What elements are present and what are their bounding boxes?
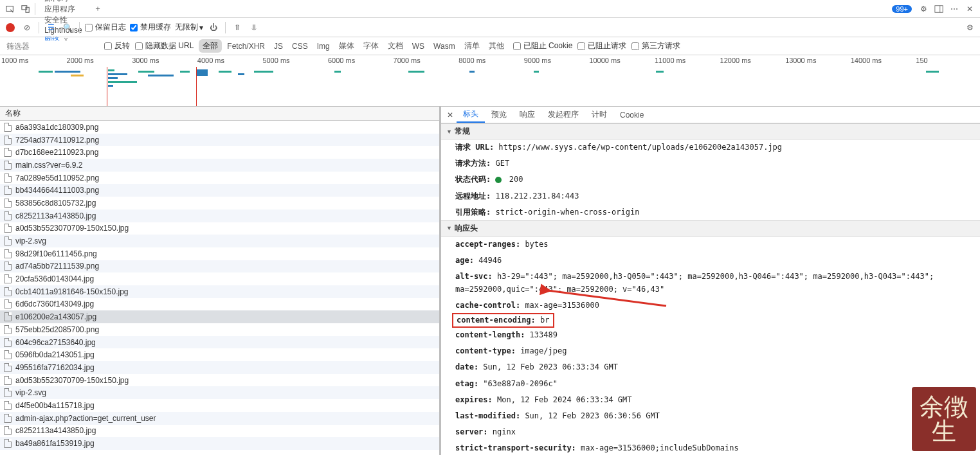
third-party-checkbox[interactable]: 第三方请求 [631, 40, 680, 51]
blocked-cookies-checkbox[interactable]: 已阻止 Cookie [513, 40, 573, 51]
request-row[interactable]: 0596fb0da2143051.jpg [0, 348, 439, 361]
disable-cache-checkbox[interactable]: 禁用缓存 [130, 22, 171, 33]
devtools-tab-3[interactable]: 应用程序 [37, 4, 90, 15]
request-row[interactable]: 583856c8d8105732.jpg [0, 197, 439, 210]
detail-tab-0[interactable]: 标头 [457, 107, 485, 123]
inspect-icon[interactable] [3, 0, 18, 17]
filter-type-JS[interactable]: JS [270, 40, 287, 52]
timeline-tick: 2000 ms [66, 57, 131, 64]
timeline-tick: 11000 ms [653, 57, 719, 64]
filter-type-WS[interactable]: WS [408, 40, 428, 52]
network-conditions-icon[interactable]: ⏻ [207, 23, 220, 32]
detail-tab-2[interactable]: 响应 [513, 107, 541, 123]
close-icon[interactable]: ✕ [962, 0, 977, 17]
filter-type-清单[interactable]: 清单 [460, 39, 484, 53]
clear-button[interactable]: ⊘ [21, 23, 33, 32]
request-row[interactable]: a0d53b5523070709-150x150.jpg [0, 222, 439, 235]
file-icon [4, 199, 12, 208]
request-row[interactable]: e106200e2a143057.jpg [0, 310, 439, 323]
upload-har-icon[interactable]: ⥣ [231, 23, 244, 32]
file-icon [4, 136, 12, 145]
blocked-requests-checkbox[interactable]: 已阻止请求 [577, 40, 626, 51]
more-icon[interactable]: ⋯ [947, 0, 962, 17]
request-row[interactable]: ba49a861fa153919.jpg [0, 437, 439, 450]
request-row[interactable]: ad74a5bb72111539.png [0, 260, 439, 273]
filter-input[interactable] [3, 40, 99, 52]
filter-type-文档[interactable]: 文档 [384, 39, 407, 53]
timeline-tick: 3000 ms [131, 57, 196, 64]
detail-tab-5[interactable]: Cookie [613, 107, 650, 123]
request-row[interactable]: bb43446644111003.png [0, 184, 439, 197]
general-status-key: 状态代码: [455, 175, 491, 184]
settings-gear-icon[interactable]: ⚙ [963, 23, 976, 32]
filter-type-字体[interactable]: 字体 [359, 39, 383, 53]
request-row[interactable]: 604c96ca27153640.jpg [0, 336, 439, 349]
header-value: image/jpeg [516, 346, 567, 355]
request-row[interactable]: 575ebb25d2085700.png [0, 323, 439, 336]
request-row[interactable]: main.css?ver=6.9.2 [0, 159, 439, 172]
record-button[interactable] [4, 23, 17, 32]
detail-tab-3[interactable]: 发起程序 [541, 107, 585, 123]
request-row[interactable]: d4f5e00b4a115718.jpg [0, 399, 439, 412]
response-header-row: last-modified: Sun, 12 Feb 2023 06:30:56… [441, 408, 980, 424]
request-row[interactable]: 98d29f10e6111456.png [0, 247, 439, 260]
file-icon [4, 299, 12, 308]
detail-tab-4[interactable]: 计时 [585, 107, 613, 123]
request-name: ba49a861fa153919.jpg [15, 439, 95, 448]
request-name: 6d6dc7360f143049.jpg [15, 299, 94, 308]
hide-data-urls-checkbox[interactable]: 隐藏数据 URL [135, 40, 194, 51]
settings-icon[interactable]: ⚙ [916, 0, 931, 17]
device-icon[interactable] [18, 0, 33, 17]
request-row[interactable]: 495516fa77162034.jpg [0, 361, 439, 374]
filter-type-CSS[interactable]: CSS [288, 40, 312, 52]
request-row[interactable]: admin-ajax.php?action=get_current_user [0, 412, 439, 425]
section-general[interactable]: ▼常规 [441, 123, 980, 139]
add-tab-icon[interactable]: ＋ [90, 0, 105, 17]
request-list[interactable]: a6a393a1dc180309.png7254ad3774110912.png… [0, 121, 439, 455]
response-header-row: accept-ranges: bytes [441, 236, 980, 253]
filter-type-全部[interactable]: 全部 [199, 39, 222, 53]
file-icon [4, 249, 12, 258]
request-row[interactable]: 20cfa536d0143044.jpg [0, 272, 439, 285]
request-row[interactable]: 0cb14011a9181646-150x150.jpg [0, 285, 439, 298]
request-name: 583856c8d8105732.jpg [15, 199, 96, 208]
filter-type-其他[interactable]: 其他 [485, 39, 508, 53]
request-row[interactable]: c8252113a4143850.jpg [0, 210, 439, 222]
dock-icon[interactable] [931, 0, 947, 17]
request-name: 7254ad3774110912.png [15, 136, 99, 145]
request-row[interactable]: 7254ad3774110912.png [0, 134, 439, 147]
issue-badge[interactable]: 99+ [892, 5, 912, 13]
file-icon [4, 161, 12, 170]
filter-bar: 反转 隐藏数据 URL 全部Fetch/XHRJSCSSImg媒体字体文档WSW… [0, 37, 980, 55]
invert-checkbox[interactable]: 反转 [104, 40, 130, 51]
file-icon [4, 224, 12, 233]
filter-toggle-icon[interactable]: ☰ [44, 23, 57, 32]
list-header-name[interactable]: 名称 [0, 107, 439, 121]
filter-type-Img[interactable]: Img [313, 40, 334, 52]
file-icon [4, 388, 12, 397]
timeline-overview[interactable]: 1000 ms2000 ms3000 ms4000 ms5000 ms6000 … [0, 55, 980, 107]
file-icon [4, 236, 12, 245]
request-row[interactable]: vip-2.svg [0, 235, 439, 247]
filter-type-媒体[interactable]: 媒体 [335, 39, 358, 53]
request-row[interactable]: 7a0289e55d110952.png [0, 172, 439, 184]
download-har-icon[interactable]: ⥥ [248, 23, 260, 32]
detail-tab-1[interactable]: 预览 [485, 107, 513, 123]
request-list-pane: 名称 a6a393a1dc180309.png7254ad3774110912.… [0, 107, 441, 455]
throttling-select[interactable]: 无限制 ▾ [175, 22, 203, 33]
filter-type-Wasm[interactable]: Wasm [430, 40, 459, 52]
filter-type-Fetch/XHR[interactable]: Fetch/XHR [223, 40, 269, 52]
request-row[interactable]: c8252113a4143850.jpg [0, 425, 439, 438]
request-row[interactable]: 6d6dc7360f143049.jpg [0, 298, 439, 311]
request-row[interactable]: a0d53b5523070709-150x150.jpg [0, 374, 439, 387]
request-row[interactable]: a6a393a1dc180309.png [0, 121, 439, 134]
search-icon[interactable]: 🔍 [61, 23, 74, 32]
close-detail-icon[interactable]: ✕ [444, 111, 457, 120]
request-name: 7a0289e55d110952.png [15, 174, 99, 183]
preserve-log-checkbox[interactable]: 保留日志 [85, 22, 126, 33]
header-value: Mon, 12 Feb 2024 06:33:34 GMT [493, 395, 632, 404]
request-row[interactable]: d7bc168ee2110923.png [0, 146, 439, 159]
section-response-headers[interactable]: ▼响应头 [441, 220, 980, 236]
request-name: bb43446644111003.png [15, 186, 99, 195]
request-row[interactable]: vip-2.svg [0, 386, 439, 399]
